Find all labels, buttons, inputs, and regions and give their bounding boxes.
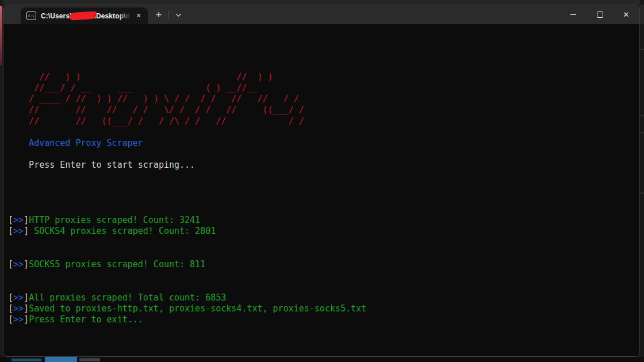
terminal-line: [>>]HTTP proxies scraped! Count: 3241 — [8, 215, 635, 226]
cmd-icon-label: C:\ — [28, 14, 34, 18]
maximize-button[interactable] — [586, 5, 613, 24]
terminal-text-segment: //___/ / __ ___ ( ) __//__ — [8, 83, 257, 93]
minimize-button[interactable] — [560, 5, 586, 24]
terminal-line: //___/ / __ ___ ( ) __//__ — [8, 83, 635, 94]
terminal-text-segment: // // // / / \/ / / / // ((___/ / — [8, 105, 304, 115]
terminal-line: Press Enter to start scraping... — [8, 160, 635, 171]
terminal-line — [8, 38, 635, 49]
terminal-output[interactable]: // ) ) // ) ) //___/ / __ ___ ( ) __//__… — [3, 24, 639, 356]
minimize-icon — [570, 14, 576, 15]
terminal-line: [>>] SOCKS4 proxies scraped! Count: 2801 — [8, 226, 635, 237]
terminal-line: / ____ / // ) ) // ) ) \ / / / / // // /… — [8, 94, 635, 105]
terminal-line — [8, 28, 635, 38]
terminal-text-segment: Saved to proxies-http.txt, proxies-socks… — [29, 303, 366, 314]
maximize-icon — [597, 11, 603, 18]
terminal-text-segment: [ — [8, 226, 13, 236]
terminal-line — [8, 127, 635, 138]
titlebar[interactable]: C:\ C:\Users\\Desktop\devel ✕ + ✕ — [3, 5, 639, 24]
terminal-text-segment: [ — [8, 292, 13, 303]
terminal-line — [8, 270, 635, 281]
chevron-down-icon — [175, 13, 182, 17]
background-row-line — [641, 132, 644, 133]
terminal-line: [>>]SOCKS5 proxies scraped! Count: 811 — [8, 259, 635, 270]
terminal-line — [8, 193, 635, 204]
terminal-line — [8, 204, 635, 215]
background-pink-window-edge — [0, 6, 2, 66]
close-button[interactable]: ✕ — [613, 5, 639, 24]
terminal-text-segment: Advanced Proxy Scraper — [8, 138, 143, 148]
terminal-line: Advanced Proxy Scraper — [8, 138, 635, 149]
terminal-text-segment: All proxies scraped! Total count: 6853 — [29, 292, 226, 303]
terminal-text-segment: HTTP proxies scraped! Count: 3241 — [29, 215, 200, 225]
terminal-text-segment: ] — [24, 226, 29, 236]
background-row-line — [641, 49, 644, 50]
background-right-sliver-top — [640, 5, 644, 24]
terminal-text-segment: Press Enter to exit... — [29, 314, 143, 325]
terminal-text-segment: [ — [8, 314, 13, 325]
tab-title: C:\Users\\Desktop\devel — [41, 11, 131, 21]
terminal-line — [8, 237, 635, 248]
terminal-text-segment: ] — [24, 292, 29, 303]
terminal-line — [8, 182, 635, 193]
terminal-line: // // ((___/ / / /\ / / // / / — [8, 116, 635, 127]
terminal-text-segment: >> — [13, 259, 24, 269]
close-icon: ✕ — [623, 11, 630, 18]
background-taskbar-gray-fragment — [79, 358, 100, 361]
terminal-text-segment: >> — [13, 215, 24, 225]
background-taskbar-teal-fragment — [12, 359, 41, 361]
cmd-prompt-icon: C:\ — [26, 11, 36, 20]
desktop: { "window": { "titlebar": { "tab_title_p… — [0, 0, 644, 362]
terminal-text-segment: ] — [24, 215, 29, 225]
terminal-window: C:\ C:\Users\\Desktop\devel ✕ + ✕ // ) )… — [3, 5, 640, 357]
terminal-text-segment: >> — [13, 226, 24, 236]
terminal-line: // ) ) // ) ) — [8, 72, 635, 83]
window-controls: ✕ — [560, 5, 639, 24]
terminal-line — [8, 149, 635, 160]
background-right-sliver — [640, 0, 644, 362]
background-window-top-sliver — [0, 0, 644, 5]
terminal-line — [8, 49, 635, 60]
background-taskbar-blue-fragment — [45, 357, 77, 362]
terminal-text-segment: SOCKS4 proxies scraped! Count: 2801 — [29, 226, 216, 236]
terminal-text-segment: // ) ) // ) ) — [8, 72, 273, 82]
tabbar-divider — [168, 10, 169, 20]
terminal-text-segment: >> — [13, 303, 24, 314]
tab-dropdown-button[interactable] — [171, 7, 186, 22]
terminal-text-segment: SOCKS5 proxies scraped! Count: 811 — [29, 259, 205, 269]
background-row-line — [641, 192, 644, 194]
tab-title-prefix: C:\Users\ — [41, 12, 72, 20]
tab-close-icon[interactable]: ✕ — [133, 10, 144, 22]
terminal-line — [8, 248, 635, 259]
terminal-line — [8, 61, 635, 72]
terminal-text-segment: ] — [24, 303, 29, 314]
terminal-text-segment: [ — [8, 303, 13, 314]
terminal-text-segment: // // ((___/ / / /\ / / // / / — [8, 116, 304, 126]
terminal-line: [>>]Saved to proxies-http.txt, proxies-s… — [8, 303, 635, 314]
tab-cmd[interactable]: C:\ C:\Users\\Desktop\devel ✕ — [21, 7, 148, 24]
terminal-text-segment: [ — [8, 215, 13, 225]
terminal-text-segment: / ____ / // ) ) // ) ) \ / / / / // // /… — [8, 94, 299, 104]
tab-title-suffix: \Desktop\devel — [94, 12, 131, 20]
redaction-scribble — [70, 11, 95, 21]
new-tab-button[interactable]: + — [150, 7, 167, 23]
terminal-text-segment: >> — [13, 292, 24, 303]
terminal-line — [8, 171, 635, 182]
terminal-text-segment: [ — [8, 259, 13, 269]
terminal-text-segment: Press Enter to start scraping... — [8, 160, 195, 170]
terminal-line: [>>]Press Enter to exit... — [8, 314, 635, 325]
terminal-text-segment: ] — [24, 314, 29, 325]
terminal-line — [8, 281, 635, 292]
terminal-text-segment: ] — [24, 259, 29, 269]
terminal-line: [>>]All proxies scraped! Total count: 68… — [8, 292, 635, 303]
terminal-line: // // // / / \/ / / / // ((___/ / — [8, 105, 635, 115]
background-row-line — [641, 115, 644, 116]
terminal-text-segment: >> — [13, 314, 24, 325]
